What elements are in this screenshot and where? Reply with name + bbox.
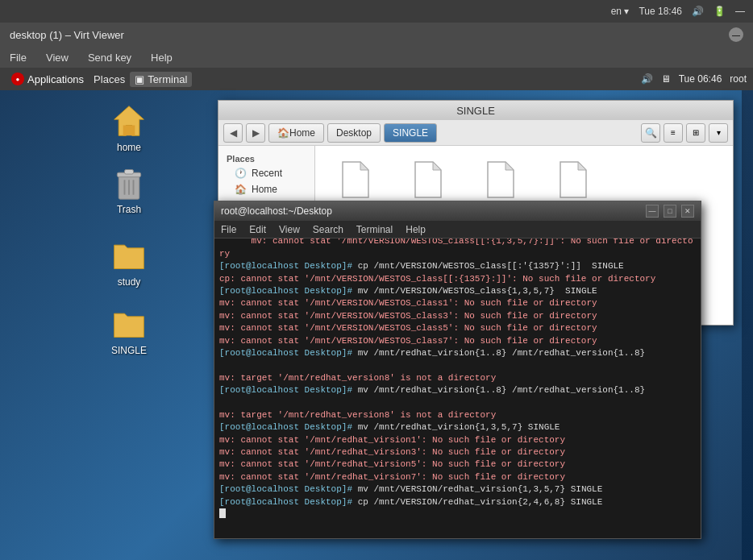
terminal-output: mv: cannot stat '/mnt/VERSION/WESTOS_cla… <box>219 239 693 521</box>
fm-back-button[interactable]: ◀ <box>223 123 243 143</box>
term-menu-search[interactable]: Search <box>313 224 343 235</box>
file-manager-titlebar: SINGLE <box>218 101 733 120</box>
file-icon-0 <box>336 157 375 202</box>
sidebar-item-recent[interactable]: 🕐 Recent <box>218 165 314 181</box>
study-icon-label: study <box>118 276 141 288</box>
desktop-icon-single[interactable]: SINGLE <box>97 301 161 359</box>
desktop-icon-home[interactable]: home <box>97 98 161 156</box>
fm-list-view-button[interactable]: ≡ <box>664 123 683 143</box>
virt-viewer-title: desktop (1) – Virt Viewer <box>10 29 124 41</box>
fm-search-button[interactable]: 🔍 <box>641 123 660 143</box>
trash-icon-label: Trash <box>117 204 141 215</box>
app-menu-bar: File View Send key Help <box>0 47 753 68</box>
fm-forward-button[interactable]: ▶ <box>246 123 265 143</box>
terminal-close-button[interactable]: ✕ <box>681 205 694 218</box>
file-icon-1 <box>409 157 447 202</box>
file-manager-navbar: ◀ ▶ 🏠 Home Desktop SINGLE 🔍 ≡ ⊞ ▾ <box>218 120 733 146</box>
language-indicator[interactable]: en ▾ <box>611 6 630 17</box>
fm-desktop-button[interactable]: Desktop <box>327 123 381 143</box>
sidebar-places-header: Places <box>218 152 314 165</box>
panel-network-icon: 🖥 <box>661 73 671 85</box>
desktop-icon-trash[interactable]: Trash <box>97 160 161 218</box>
home-icon-label: home <box>117 142 141 153</box>
menu-file[interactable]: File <box>6 50 30 65</box>
applications-menu-button[interactable]: ● Applications <box>6 71 89 87</box>
menu-help[interactable]: Help <box>148 50 176 65</box>
panel-volume-icon[interactable]: 🔊 <box>641 73 653 85</box>
terminal-restore-button[interactable]: □ <box>664 205 676 218</box>
file-manager-title: SINGLE <box>456 105 495 117</box>
term-menu-edit[interactable]: Edit <box>249 224 266 235</box>
fm-home-button[interactable]: 🏠 Home <box>268 123 324 143</box>
fm-expand-button[interactable]: ▾ <box>709 123 728 143</box>
desktop-icon-study[interactable]: study <box>97 233 161 291</box>
svg-rect-1 <box>123 126 135 136</box>
panel-user[interactable]: root <box>730 73 747 85</box>
terminal-body[interactable]: mv: cannot stat '/mnt/VERSION/WESTOS_cla… <box>214 239 701 538</box>
terminal-panel-button[interactable]: ▣ Terminal <box>130 72 192 87</box>
menu-view[interactable]: View <box>43 50 72 65</box>
file-icon-3 <box>554 157 593 202</box>
minimize-window-button[interactable]: — <box>729 27 743 42</box>
gnome-panel: ● Applications Places ▣ Terminal 🔊 🖥 Tue… <box>0 68 753 90</box>
volume-icon[interactable]: 🔊 <box>692 6 704 17</box>
right-decorative-bar <box>742 68 753 560</box>
home-sidebar-icon: 🏠 <box>235 184 247 195</box>
window-controls: — <box>729 27 743 42</box>
term-menu-terminal[interactable]: Terminal <box>356 224 393 235</box>
terminal-minimize-button[interactable]: — <box>646 205 659 218</box>
fm-current-button[interactable]: SINGLE <box>384 123 437 143</box>
desktop: ● Applications Places ▣ Terminal 🔊 🖥 Tue… <box>0 68 753 560</box>
terminal-window: root@localhost:~/Desktop — □ ✕ File Edit… <box>214 201 701 539</box>
minimize-button[interactable]: — <box>735 6 745 17</box>
panel-time: Tue 06:46 <box>679 73 722 85</box>
virt-viewer-titlebar: desktop (1) – Virt Viewer — <box>0 23 753 47</box>
places-menu-button[interactable]: Places <box>89 72 130 87</box>
battery-icon: 🔋 <box>713 6 726 17</box>
menu-send-key[interactable]: Send key <box>85 50 135 65</box>
fm-grid-view-button[interactable]: ⊞ <box>686 123 705 143</box>
trash-icon <box>110 164 148 202</box>
term-menu-file[interactable]: File <box>221 224 236 235</box>
system-time: Tue 18:46 <box>639 6 682 17</box>
panel-right-section: 🔊 🖥 Tue 06:46 root <box>641 73 747 85</box>
term-menu-help[interactable]: Help <box>406 224 426 235</box>
terminal-titlebar: root@localhost:~/Desktop — □ ✕ <box>214 201 701 221</box>
terminal-title: root@localhost:~/Desktop <box>221 205 332 217</box>
sidebar-item-home[interactable]: 🏠 Home <box>218 181 314 197</box>
redhat-logo-icon: ● <box>11 73 24 85</box>
term-menu-view[interactable]: View <box>279 224 300 235</box>
terminal-window-controls: — □ ✕ <box>646 205 694 218</box>
terminal-panel-icon: ▣ <box>135 73 144 85</box>
home-nav-icon: 🏠 <box>277 127 289 139</box>
svg-rect-4 <box>125 170 134 175</box>
study-folder-icon <box>110 236 148 275</box>
system-bar: en ▾ Tue 18:46 🔊 🔋 — <box>0 0 753 23</box>
home-folder-icon <box>110 102 148 140</box>
recent-icon: 🕐 <box>235 168 247 179</box>
terminal-menubar: File Edit View Search Terminal Help <box>214 221 701 239</box>
single-icon-label: SINGLE <box>111 345 147 356</box>
file-icon-2 <box>481 157 520 202</box>
single-folder-icon <box>110 305 148 343</box>
